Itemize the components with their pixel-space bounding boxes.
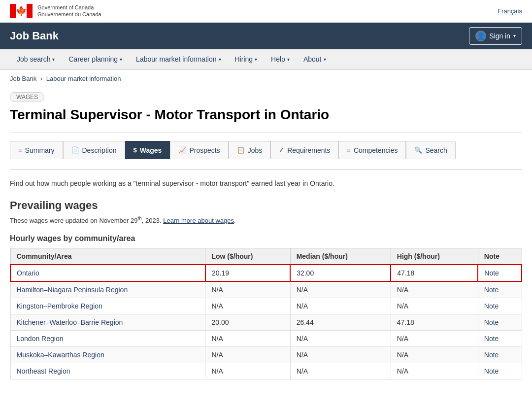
gov-name-en: Government of Canada [37,4,101,11]
note-cell: Note [478,346,522,363]
median-cell: N/A [290,346,391,363]
tab-description[interactable]: 📄Description [63,141,125,159]
low-cell: N/A [205,281,290,298]
francais-link[interactable]: Français [498,7,522,15]
area-link[interactable]: London Region [17,335,64,343]
breadcrumb: Job Bank › Labour market information [0,70,532,87]
median-cell: N/A [290,298,391,314]
job-bank-title: Job Bank [10,30,59,42]
jobs-tab-label: Jobs [248,146,263,154]
note-link[interactable]: Note [484,286,499,294]
main-nav: Job search▾Career planning▾Labour market… [0,49,532,70]
note-cell: Note [478,363,522,379]
job-bank-bar: Job Bank 👤 Sign in ▾ [0,23,532,49]
nav-item-help[interactable]: Help▾ [264,49,297,69]
table-row: Northeast RegionN/AN/AN/ANote [10,363,522,379]
area-cell: Muskoka–Kawarthas Region [10,346,205,363]
updated-text-before: These wages were updated on November 29 [10,217,137,224]
tabs: ≡Summary📄Description$Wages📈Prospects📋Job… [10,141,522,159]
summary-tab-label: Summary [25,146,55,154]
area-link[interactable]: Northeast Region [17,367,70,375]
tab-wages[interactable]: $Wages [125,141,170,159]
updated-year: , 2023. [142,217,162,224]
low-cell: N/A [205,363,290,379]
table-row: Kitchener–Waterloo–Barrie Region20.0026.… [10,314,522,330]
table-header-row: Community/AreaLow ($/hour)Median ($/hour… [10,248,522,265]
search-tab-label: Search [425,146,447,154]
median-cell: N/A [290,330,391,346]
note-cell: Note [478,281,522,298]
table-header-low----hour-: Low ($/hour) [205,248,290,265]
tab-jobs[interactable]: 📋Jobs [229,141,271,159]
table-row: London RegionN/AN/AN/ANote [10,330,522,346]
wages-tab-icon: $ [133,146,137,154]
breadcrumb-section[interactable]: Labour market information [46,75,121,82]
table-header-median----hour-: Median ($/hour) [290,248,391,265]
area-link[interactable]: Kitchener–Waterloo–Barrie Region [17,318,123,326]
sign-in-button[interactable]: 👤 Sign in ▾ [469,27,522,45]
learn-more-link[interactable]: Learn more about wages [163,217,234,224]
competencies-tab-icon: ≡ [347,146,351,154]
note-link[interactable]: Note [484,302,499,310]
gov-logo: 🍁 Government of Canada Gouvernement du C… [10,4,101,18]
requirements-tab-label: Requirements [287,146,330,154]
breadcrumb-separator: › [40,75,44,82]
tabs-border [10,169,522,170]
high-cell: N/A [391,363,478,379]
nav-item-job-search[interactable]: Job search▾ [10,49,62,69]
nav-item-career-planning[interactable]: Career planning▾ [62,49,129,69]
note-cell: Note [478,330,522,346]
area-link[interactable]: Kingston–Pembroke Region [17,302,102,310]
area-link[interactable]: Ontario [17,269,39,277]
nav-item-about[interactable]: About▾ [297,49,333,69]
prospects-tab-icon: 📈 [178,146,186,154]
chevron-down-icon: ▾ [219,57,221,62]
tab-search[interactable]: 🔍Search [406,141,455,159]
description-text: Find out how much people working as a "t… [10,179,522,187]
canada-flag: 🍁 [10,4,33,18]
area-cell: London Region [10,330,205,346]
updated-text: These wages were updated on November 29t… [10,216,522,224]
note-cell: Note [478,298,522,314]
table-row: Ontario20.1932.0047.18Note [10,265,522,281]
tab-summary[interactable]: ≡Summary [10,141,63,159]
note-link[interactable]: Note [484,318,499,326]
table-row: Hamilton–Niagara Peninsula RegionN/AN/AN… [10,281,522,298]
flag-white-mid: 🍁 [16,4,27,18]
low-cell: N/A [205,346,290,363]
note-link[interactable]: Note [484,351,499,359]
maple-leaf-icon: 🍁 [16,6,27,15]
table-header-note: Note [478,248,522,265]
competencies-tab-label: Competencies [354,146,398,154]
flag-red-left [10,4,16,18]
low-cell: 20.00 [205,314,290,330]
nav-item-hiring[interactable]: Hiring▾ [228,49,265,69]
high-cell: 47.18 [391,314,478,330]
low-cell: N/A [205,298,290,314]
high-cell: N/A [391,298,478,314]
user-icon: 👤 [475,31,486,41]
tab-competencies[interactable]: ≡Competencies [338,141,406,159]
note-link[interactable]: Note [484,335,499,343]
area-link[interactable]: Hamilton–Niagara Peninsula Region [17,286,128,294]
area-link[interactable]: Muskoka–Kawarthas Region [17,351,104,359]
jobs-tab-icon: 📋 [237,146,245,154]
chevron-down-icon: ▾ [255,57,257,62]
area-cell: Ontario [10,265,205,281]
gov-name-fr: Gouvernement du Canada [37,11,101,18]
main-content: WAGES Terminal Supervisor - Motor Transp… [0,87,532,399]
low-cell: 20.19 [205,265,290,281]
tab-requirements[interactable]: ✓Requirements [270,141,338,159]
wages-table: Community/AreaLow ($/hour)Median ($/hour… [10,248,522,379]
nav-item-labour-market-information[interactable]: Labour market information▾ [129,49,228,69]
note-link[interactable]: Note [484,367,499,375]
median-cell: 32.00 [290,265,391,281]
summary-tab-icon: ≡ [18,146,22,154]
breadcrumb-home[interactable]: Job Bank [10,75,36,82]
tab-prospects[interactable]: 📈Prospects [170,141,228,159]
note-link[interactable]: Note [484,269,499,277]
chevron-down-icon: ▾ [287,57,290,62]
high-cell: N/A [391,346,478,363]
median-cell: N/A [290,363,391,379]
wages-badge: WAGES [10,92,44,102]
